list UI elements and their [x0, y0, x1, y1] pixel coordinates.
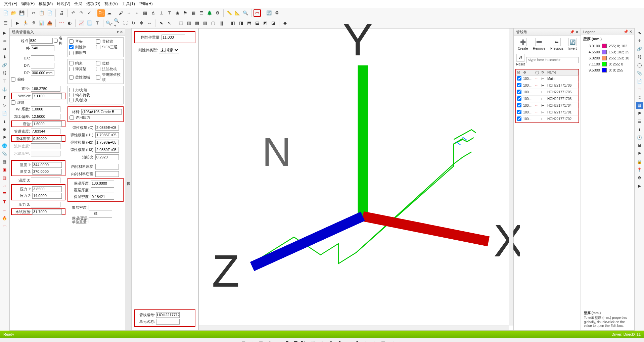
cloud-icon[interactable]: ☁ [105, 9, 113, 17]
menu-env[interactable]: 环境(V) [57, 1, 70, 7]
menu-options[interactable]: 选项(O) [86, 1, 100, 7]
legend-pin-icon[interactable]: 📌 ✕ [624, 30, 632, 34]
anchor-icon[interactable]: ⊥ [157, 9, 165, 17]
paste-icon[interactable]: 📄 [46, 9, 53, 17]
graph-icon[interactable]: 📈 [78, 19, 85, 27]
uw-input[interactable] [89, 217, 112, 223]
bt-16-icon[interactable]: ◇ [371, 339, 378, 342]
viewport-scroll-h[interactable] [199, 326, 509, 330]
layers-icon[interactable]: ☰ [198, 9, 205, 17]
rail-right-icon[interactable]: ➡ [1, 46, 8, 52]
rail-fire-icon[interactable]: 🔥 [1, 215, 8, 222]
flag-icon[interactable]: ⚑ [182, 9, 189, 17]
rail-play-icon[interactable]: ▶ [1, 30, 8, 36]
shaded-icon[interactable]: ▩ [193, 19, 201, 27]
bt-15-icon[interactable]: ◆ [362, 339, 369, 342]
poi-input[interactable] [95, 154, 119, 160]
report-icon[interactable]: 📊 [38, 19, 45, 27]
delta-icon[interactable]: Δ [149, 9, 157, 17]
rail-flag-icon[interactable]: ⚑ [1, 134, 8, 141]
start-input[interactable] [29, 38, 53, 44]
rr-red-icon[interactable]: ▭ [636, 86, 643, 93]
zoomout-icon[interactable]: 🔍- [105, 19, 113, 27]
rr-pin-icon[interactable]: 📍 [636, 166, 643, 173]
copy-icon[interactable]: 📋 [38, 9, 45, 17]
menu-global[interactable]: 全局 [74, 1, 82, 7]
rail-left-icon[interactable]: ⬅ [1, 38, 8, 44]
volume-icon[interactable]: ⬚ [177, 19, 185, 27]
table-row[interactable]: 100...⋯⊢HOH221771703 [516, 96, 579, 102]
bt-2-icon[interactable]: △ [248, 339, 256, 342]
htest-input[interactable] [32, 209, 62, 215]
pden-input[interactable] [31, 129, 60, 134]
ec-input[interactable] [95, 125, 119, 131]
new-icon[interactable]: 📄 [2, 9, 9, 17]
text-icon[interactable]: T [94, 19, 101, 27]
rotate-icon[interactable]: ↻ [130, 19, 137, 27]
rail-clip-icon[interactable]: 📎 [1, 150, 8, 157]
redo-icon[interactable]: ↷ [78, 9, 85, 17]
open-icon[interactable]: 📂 [10, 9, 17, 17]
bt-4-icon[interactable]: ◎ [266, 339, 273, 342]
plt-icon[interactable]: Plt [97, 9, 105, 17]
t3-input[interactable] [31, 178, 60, 183]
corr-input[interactable] [32, 121, 62, 127]
legend-item[interactable]: 6.0200255; 153; 10 [581, 55, 634, 61]
header-name[interactable]: Name [546, 69, 579, 75]
row-dots-icon[interactable]: ⋯ [534, 96, 540, 101]
bt-14-icon[interactable]: ⬟ [353, 339, 361, 342]
sif-checkbox[interactable] [96, 45, 100, 49]
bt-1-icon[interactable]: ▦ [240, 339, 247, 342]
fden-input[interactable] [32, 136, 62, 142]
bt-6-icon[interactable]: E [283, 339, 291, 342]
check-icon[interactable]: ✓ [86, 9, 93, 17]
rigid-weight-input[interactable] [162, 35, 185, 40]
rr-gear-icon[interactable]: ⚙ [636, 175, 643, 181]
fden2-input[interactable] [31, 143, 60, 149]
zoomin-icon[interactable]: 🔍+ [113, 19, 121, 27]
windwave-checkbox[interactable] [69, 98, 74, 102]
p2-input[interactable] [32, 193, 62, 199]
rr-link-icon[interactable]: 🔗 [636, 46, 643, 52]
line-panel-pin-icon[interactable]: 📌 ✕ [570, 30, 579, 34]
remove-button[interactable]: ➖Remove [533, 38, 545, 50]
legend-item[interactable]: 4.5500153; 102; 25 [581, 49, 634, 55]
rail-doc-icon[interactable]: 📄 [1, 110, 8, 117]
rail-chain-icon[interactable]: ⛓ [1, 70, 8, 77]
rail-a-icon[interactable]: a [1, 183, 8, 189]
table-row[interactable]: 100...⋯⊢HOH221771705 [516, 89, 579, 96]
menu-file[interactable]: 文件(F) [4, 1, 17, 7]
rail-l-icon[interactable]: ⌐ [1, 207, 8, 213]
row-dots-icon[interactable]: ⋯ [534, 110, 540, 115]
t2-input[interactable] [32, 169, 62, 175]
menu-model[interactable]: 模型(M) [39, 1, 53, 7]
uniform-checkbox[interactable] [69, 93, 74, 97]
rr-lock-icon[interactable]: 🔒 [636, 158, 643, 165]
bt-18-icon[interactable]: ◁ [388, 339, 396, 342]
table-row[interactable]: 100...⋯⊢HOH221771702 [516, 116, 579, 123]
wave-icon[interactable]: 〰 [58, 19, 65, 27]
rr-calc-icon[interactable]: 🖩 [636, 142, 643, 149]
wireframe-icon[interactable]: ▥ [185, 19, 193, 27]
rail-grid-icon[interactable]: ▦ [1, 158, 8, 165]
header-refresh-icon[interactable]: ↻ [540, 69, 546, 75]
menu-help[interactable]: 帮助(H) [139, 1, 153, 7]
wi-input[interactable] [31, 106, 60, 112]
rail-next-icon[interactable]: ▷ [1, 102, 8, 109]
rr-temp-icon[interactable]: 🌡 [636, 126, 643, 133]
row-dots-icon[interactable]: ⋯ [534, 76, 540, 81]
bt-9-icon[interactable]: ⬚ [310, 339, 317, 342]
bt-11-icon[interactable]: ⬡ [327, 339, 334, 342]
disp-checkbox[interactable] [96, 61, 100, 65]
table-row[interactable]: 100...⋯⊢HOH221771701 [516, 109, 579, 116]
menu-view[interactable]: 视图(V) [104, 1, 118, 7]
cthk-input[interactable] [91, 187, 114, 193]
rail-link-icon[interactable]: 🔗 [1, 62, 8, 68]
eh1-input[interactable] [95, 132, 119, 138]
rail-up-icon[interactable]: ⬆ [1, 94, 8, 101]
table-row[interactable]: 100...⋯⊢HOH221771706 [516, 82, 579, 89]
eh3-input[interactable] [95, 147, 119, 153]
panel-close-icon[interactable]: ▾ ✕ [117, 30, 123, 34]
bt-rho-icon[interactable]: Rho [301, 339, 308, 342]
paint-icon[interactable]: 🖌 [117, 9, 125, 17]
